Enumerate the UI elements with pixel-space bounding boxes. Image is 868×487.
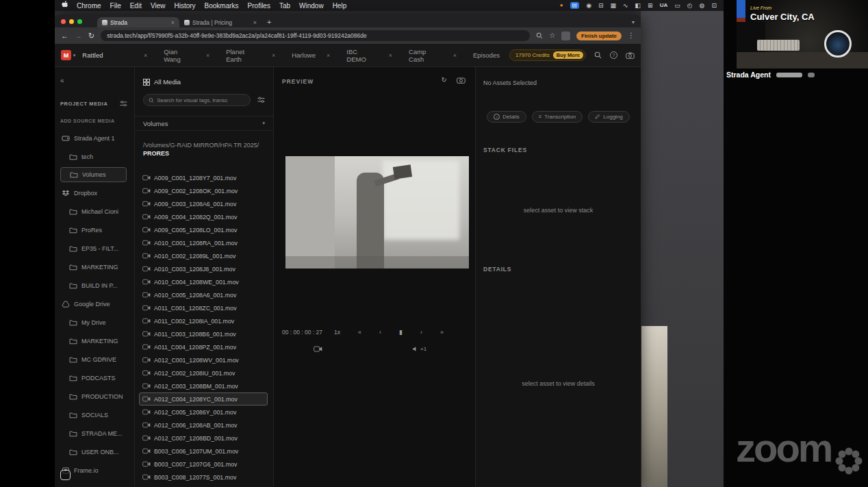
project-tab-close-icon[interactable]: × bbox=[453, 52, 457, 59]
screenshot-camera-icon[interactable] bbox=[626, 52, 635, 59]
source-item[interactable]: MC GDRIVE bbox=[60, 350, 134, 369]
workspace-logo[interactable]: M bbox=[61, 50, 71, 60]
project-tab[interactable]: Episodes × bbox=[466, 48, 509, 63]
close-window-button[interactable] bbox=[61, 19, 66, 24]
display-status-icon[interactable]: ⊟ bbox=[598, 3, 604, 9]
search-lens-icon[interactable] bbox=[536, 32, 543, 39]
clock-status-icon[interactable]: ◴ bbox=[687, 3, 693, 9]
external-display-icon[interactable]: ⊡ bbox=[711, 3, 717, 9]
project-tab[interactable]: IBC DEMO × bbox=[340, 48, 402, 63]
help-icon[interactable]: ? bbox=[610, 51, 617, 59]
menubar-item[interactable]: History bbox=[174, 2, 195, 10]
project-tab-close-icon[interactable]: × bbox=[272, 52, 275, 59]
file-row[interactable]: A009_C004_12082Q_001.mov bbox=[139, 210, 268, 223]
step-back-icon[interactable]: ‹ bbox=[379, 329, 381, 336]
url-input[interactable] bbox=[107, 32, 524, 39]
new-tab-button[interactable]: + bbox=[267, 18, 271, 26]
file-row[interactable]: A012_C007_1208BD_001.mov bbox=[139, 432, 268, 445]
menubar-item[interactable]: File bbox=[110, 2, 121, 10]
header-search-icon[interactable] bbox=[594, 51, 602, 59]
profile-avatar[interactable] bbox=[561, 32, 570, 40]
buy-more-button[interactable]: Buy More bbox=[553, 51, 583, 59]
source-item[interactable]: BUILD IN P... bbox=[60, 276, 134, 295]
source-item[interactable]: USER ONB... bbox=[60, 442, 134, 461]
capture-camera-icon[interactable] bbox=[457, 77, 465, 84]
jump-to-start-icon[interactable]: « bbox=[358, 329, 361, 336]
source-item[interactable]: tech bbox=[60, 147, 134, 166]
source-item[interactable]: Volumes bbox=[60, 167, 127, 182]
workspace-close-icon[interactable]: × bbox=[144, 52, 147, 59]
credits-badge[interactable]: 17970 Credits Buy More bbox=[509, 49, 586, 61]
file-row[interactable]: A012_C006_1208AB_001.mov bbox=[139, 419, 268, 432]
screen-recording-dot-icon[interactable]: ● bbox=[560, 3, 563, 8]
sidecar-icon[interactable]: ◧ bbox=[635, 3, 641, 9]
reload-icon[interactable]: ↻ bbox=[88, 32, 94, 40]
step-forward-icon[interactable]: › bbox=[420, 329, 422, 336]
browser-tab[interactable]: Strada | Pricing × bbox=[179, 17, 261, 27]
current-path[interactable]: /Volumes/G-RAID MIRROR/HPA TR 2025/PRORE… bbox=[135, 131, 273, 158]
source-item[interactable]: PRODUCTION bbox=[60, 387, 134, 405]
grid-view-icon[interactable] bbox=[143, 79, 150, 86]
dock-panel-button[interactable] bbox=[60, 470, 71, 480]
file-row[interactable]: B003_C008_12077S_001.mov bbox=[139, 471, 268, 484]
workspace-tab[interactable]: Rattled × bbox=[79, 51, 150, 59]
collapse-sidebar-button[interactable]: « bbox=[60, 77, 64, 84]
screen-share-indicator-icon[interactable]: ▤ bbox=[570, 2, 580, 9]
project-tab-close-icon[interactable]: × bbox=[206, 52, 209, 59]
video-track-toggle[interactable] bbox=[314, 346, 322, 352]
source-item[interactable]: Strada Agent 1 bbox=[60, 129, 134, 147]
menubar-item[interactable]: Edit bbox=[130, 2, 142, 10]
file-row[interactable]: A011_C003_1208B6_001.mov bbox=[139, 327, 268, 340]
search-filter-button[interactable] bbox=[254, 94, 268, 106]
file-row[interactable]: A012_C001_1208WV_001.mov bbox=[139, 353, 268, 366]
file-row[interactable]: A011_C001_1208ZC_001.mov bbox=[139, 301, 268, 314]
file-row[interactable]: A009_C005_1208LO_001.mov bbox=[139, 223, 268, 236]
video-frame[interactable] bbox=[285, 156, 469, 269]
grid-status-icon[interactable]: ⊞ bbox=[648, 3, 653, 9]
tab-overflow-chevron-icon[interactable]: ▾ bbox=[632, 19, 635, 25]
camera-status-icon[interactable]: ◉ bbox=[586, 3, 591, 9]
project-tab[interactable]: Planet Earth × bbox=[219, 48, 285, 63]
file-row[interactable]: A009_C003_1208A6_001.mov bbox=[139, 197, 268, 210]
transcription-button[interactable]: ≡ Transcription bbox=[532, 111, 583, 123]
details-button[interactable]: i Details bbox=[487, 111, 526, 123]
source-item[interactable]: Frame.io bbox=[60, 461, 134, 479]
file-row[interactable]: A011_C002_1208IA_001.mov bbox=[139, 314, 268, 327]
bookmark-star-icon[interactable]: ☆ bbox=[549, 32, 555, 39]
file-row[interactable]: A012_C004_1208YC_001.mov bbox=[139, 392, 268, 405]
audio-wave-icon[interactable]: ∿ bbox=[623, 3, 628, 9]
menubar-item[interactable]: Window bbox=[299, 2, 324, 10]
workspace-caret-icon[interactable]: ▾ bbox=[73, 53, 76, 58]
back-icon[interactable]: ← bbox=[61, 32, 68, 40]
forward-icon[interactable]: → bbox=[75, 32, 82, 40]
apple-menu-icon[interactable] bbox=[62, 1, 68, 10]
menubar-item[interactable]: View bbox=[151, 2, 166, 10]
menubar-item[interactable]: Profiles bbox=[248, 2, 270, 10]
file-row[interactable]: A009_C002_1208OK_001.mov bbox=[139, 184, 268, 197]
refresh-icon[interactable]: ↻ bbox=[442, 76, 447, 84]
finish-update-button[interactable]: Finish update bbox=[576, 32, 622, 40]
source-item[interactable]: ProRes bbox=[60, 221, 134, 239]
file-row[interactable]: A010_C005_1208A6_001.mov bbox=[139, 288, 268, 301]
control-center-icon[interactable]: ◍ bbox=[700, 3, 705, 9]
filter-sliders-icon[interactable] bbox=[120, 101, 127, 107]
pause-icon[interactable]: ▮ bbox=[399, 329, 403, 336]
file-row[interactable]: A012_C003_1208BM_001.mov bbox=[139, 379, 268, 392]
source-dropdown[interactable]: Volumes ▾ bbox=[135, 116, 273, 131]
project-tab[interactable]: Qian Wang × bbox=[157, 48, 219, 63]
file-row[interactable]: A012_C005_12086Y_001.mov bbox=[139, 405, 268, 419]
battery-icon[interactable]: ▭ bbox=[674, 3, 680, 9]
source-item[interactable]: SOCIALS bbox=[60, 405, 134, 424]
tab-close-icon[interactable]: × bbox=[253, 19, 257, 26]
playback-speed[interactable]: 1x bbox=[334, 329, 340, 336]
project-tab[interactable]: Camp Cash × bbox=[402, 48, 466, 63]
fullscreen-window-button[interactable] bbox=[77, 19, 82, 24]
project-tab-close-icon[interactable]: × bbox=[327, 52, 330, 59]
window-manager-icon[interactable]: ▦ bbox=[611, 3, 617, 9]
menubar-item[interactable]: Chrome bbox=[77, 2, 101, 10]
source-item[interactable]: Dropbox bbox=[60, 184, 134, 202]
source-item[interactable]: Michael Cioni bbox=[60, 202, 134, 221]
file-row[interactable]: A012_C002_1208IU_001.mov bbox=[139, 366, 268, 379]
search-input[interactable] bbox=[157, 97, 245, 103]
file-row[interactable]: A010_C001_1208RA_001.mov bbox=[139, 236, 268, 249]
